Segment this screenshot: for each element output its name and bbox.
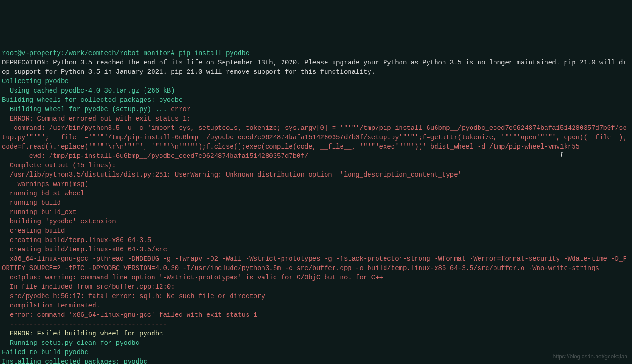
- cc1plus-line: cc1plus: warning: command line option '-…: [2, 274, 383, 281]
- collecting-line: Collecting pyodbc: [2, 78, 69, 85]
- creating-build-line: creating build: [2, 227, 65, 235]
- installing-line: Installing collected packages: pyodbc: [2, 358, 147, 364]
- warnings-warn-line: warnings.warn(msg): [2, 180, 88, 188]
- separator-line: ----------------------------------------: [2, 321, 167, 328]
- error-failed-line: ERROR: Failed building wheel for pyodbc: [2, 330, 163, 337]
- fatal-error-line: src/pyodbc.h:56:17: fatal error: sql.h: …: [2, 293, 265, 300]
- failed-build-line: Failed to build pyodbc: [2, 349, 88, 356]
- deprecation-line: DEPRECATION: Python 3.5 reached the end …: [2, 59, 627, 76]
- creating-temp-line: creating build/temp.linux-x86_64-3.5: [2, 236, 151, 244]
- command-line: command: /usr/bin/python3.5 -u -c 'impor…: [2, 124, 627, 150]
- command-text: pip install pyodbc: [179, 50, 249, 57]
- gcc-line: x86_64-linux-gnu-gcc -pthread -DNDEBUG -…: [2, 255, 627, 272]
- running-clean-line: Running setup.py clean for pyodbc: [2, 339, 139, 347]
- error-header-line: ERROR: Command errored out with exit sta…: [2, 115, 190, 122]
- warning-line: /usr/lib/python3.5/distutils/dist.py:261…: [2, 171, 462, 178]
- cached-line: Using cached pyodbc-4.0.30.tar.gz (266 k…: [2, 87, 175, 94]
- running-build-ext-line: running build_ext: [2, 208, 77, 216]
- building-wheels-line: Building wheels for collected packages: …: [2, 96, 182, 104]
- error-gcc-line: error: command 'x86_64-linux-gnu-gcc' fa…: [2, 311, 257, 319]
- terminal-output[interactable]: root@v-property:/work/comtech/robot_moni…: [2, 39, 630, 364]
- complete-output-line: Complete output (15 lines):: [2, 162, 116, 169]
- in-file-line: In file included from src/buffer.cpp:12:…: [2, 283, 175, 291]
- building-ext-line: building 'pyodbc' extension: [2, 218, 116, 225]
- cwd-line: cwd: /tmp/pip-install-6u6bmp__/pyodbc_ec…: [2, 152, 308, 160]
- building-wheel-line: Building wheel for pyodbc (setup.py) ...: [2, 106, 171, 113]
- compilation-term-line: compilation terminated.: [2, 302, 100, 309]
- running-build-line: running build: [2, 199, 61, 207]
- creating-src-line: creating build/temp.linux-x86_64-3.5/src: [2, 246, 167, 253]
- shell-prompt: root@v-property:/work/comtech/robot_moni…: [2, 50, 179, 57]
- running-bdist-line: running bdist_wheel: [2, 190, 84, 197]
